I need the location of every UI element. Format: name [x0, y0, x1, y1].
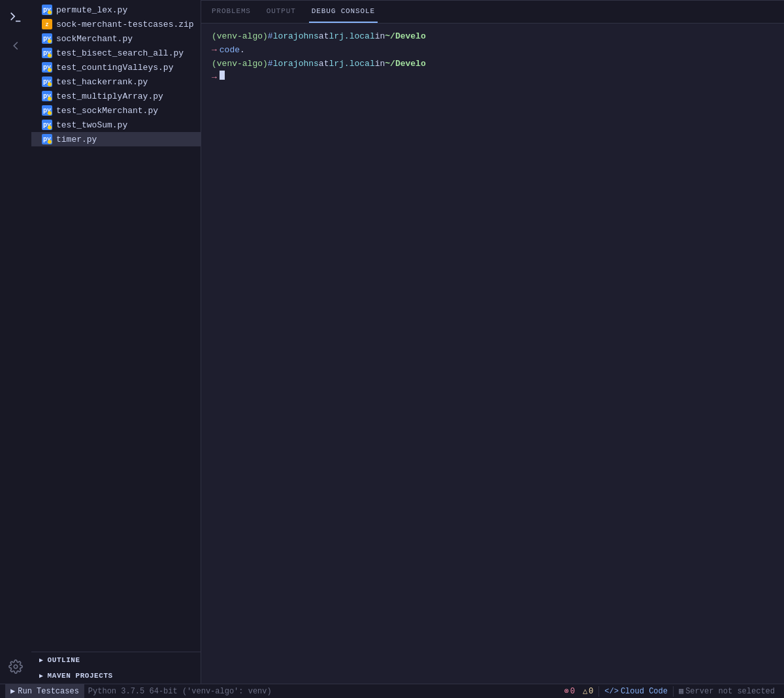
maven-chevron: ▶: [39, 672, 44, 680]
server-label: Server not selected: [685, 687, 775, 696]
server-icon: ▦: [679, 686, 683, 696]
python-file-icon: py: [42, 5, 52, 16]
status-separator-2: [673, 686, 674, 697]
outline-label: OUTLINE: [48, 656, 80, 664]
file-name: sockMerchant.py: [56, 34, 133, 44]
error-count: 0: [570, 687, 575, 696]
terminal-line: (venv-algo) # lorajohns at lrj.local in …: [212, 30, 774, 44]
terminal-line: →: [212, 71, 774, 85]
play-icon: ▶: [10, 686, 15, 696]
cloud-tag-icon: </>: [604, 687, 619, 696]
cloud-code-item[interactable]: </> Cloud Code: [600, 687, 672, 696]
python-file-icon: py: [42, 76, 52, 88]
file-name: test_hackerrank.py: [56, 77, 148, 87]
file-name: test_sockMerchant.py: [56, 106, 158, 116]
sidebar-bottom: ▶ OUTLINE ▶ MAVEN PROJECTS: [31, 652, 201, 684]
outline-chevron: ▶: [39, 656, 44, 664]
file-item[interactable]: pysockMerchant.py: [31, 31, 201, 46]
file-name: test_countingValleys.py: [56, 63, 173, 73]
python-version-label: Python 3.7.5 64-bit ('venv-algo': venv): [88, 687, 272, 696]
tab-output[interactable]: OUTPUT: [264, 1, 299, 23]
file-item[interactable]: pytest_multiplyArray.py: [31, 89, 201, 103]
file-item[interactable]: pytimer.py: [31, 132, 201, 146]
settings-activity-icon[interactable]: [4, 655, 27, 678]
terminal-line: (venv-algo) # lorajohns at lrj.local in …: [212, 58, 774, 71]
file-list: pypermute_lex.pyZsock-merchant-testcases…: [31, 0, 201, 652]
python-file-icon: py: [42, 33, 52, 44]
outline-section[interactable]: ▶ OUTLINE: [31, 652, 201, 668]
editor-area: PROBLEMS OUTPUT DEBUG CONSOLE (venv-algo…: [201, 0, 784, 684]
circle-x-icon: ⊗: [564, 686, 568, 696]
run-testcases-label: Run Testcases: [18, 687, 79, 696]
terminal-activity-icon[interactable]: [4, 5, 27, 29]
file-item[interactable]: Zsock-merchant-testcases.zip: [31, 17, 201, 31]
errors-item[interactable]: ⊗ 0: [560, 686, 578, 696]
file-item[interactable]: pytest_countingValleys.py: [31, 60, 201, 75]
terminal-content[interactable]: (venv-algo) # lorajohns at lrj.local in …: [201, 24, 784, 684]
status-bar: ▶ Run Testcases Python 3.7.5 64-bit ('ve…: [0, 684, 784, 698]
file-item[interactable]: pypermute_lex.py: [31, 3, 201, 17]
main-container: pypermute_lex.pyZsock-merchant-testcases…: [0, 0, 784, 684]
panel-tabs: PROBLEMS OUTPUT DEBUG CONSOLE: [201, 1, 784, 24]
file-name: test_bisect_search_all.py: [56, 48, 184, 58]
run-testcases-button[interactable]: ▶ Run Testcases: [5, 684, 84, 698]
file-name: permute_lex.py: [56, 5, 127, 15]
server-item[interactable]: ▦ Server not selected: [675, 686, 779, 696]
file-item[interactable]: pytest_bisect_search_all.py: [31, 46, 201, 60]
python-version-item[interactable]: Python 3.7.5 64-bit ('venv-algo': venv): [84, 684, 276, 698]
file-name: timer.py: [56, 135, 97, 144]
back-activity-icon[interactable]: [4, 34, 27, 58]
python-file-icon: py: [42, 134, 52, 145]
file-item[interactable]: pytest_hackerrank.py: [31, 75, 201, 89]
file-name: sock-merchant-testcases.zip: [56, 20, 194, 29]
svg-point-1: [14, 665, 18, 669]
file-name: test_twoSum.py: [56, 120, 127, 130]
tab-debug-console[interactable]: DEBUG CONSOLE: [309, 1, 378, 23]
file-item[interactable]: pytest_sockMerchant.py: [31, 103, 201, 118]
maven-label: MAVEN PROJECTS: [48, 672, 113, 680]
activity-bar: [0, 0, 31, 684]
panel: PROBLEMS OUTPUT DEBUG CONSOLE (venv-algo…: [201, 0, 784, 684]
python-file-icon: py: [42, 62, 52, 73]
python-file-icon: py: [42, 120, 52, 131]
python-file-icon: py: [42, 105, 52, 116]
status-separator-1: [598, 686, 599, 697]
warnings-item[interactable]: △ 0: [579, 686, 597, 696]
triangle-icon: △: [583, 686, 587, 696]
file-name: test_multiplyArray.py: [56, 91, 163, 101]
maven-section[interactable]: ▶ MAVEN PROJECTS: [31, 668, 201, 684]
terminal-line: → code .: [212, 44, 774, 58]
python-file-icon: py: [42, 91, 52, 102]
tab-problems[interactable]: PROBLEMS: [209, 1, 253, 23]
sidebar: pypermute_lex.pyZsock-merchant-testcases…: [31, 0, 201, 684]
file-item[interactable]: pytest_twoSum.py: [31, 118, 201, 132]
python-file-icon: py: [42, 48, 52, 59]
zip-file-icon: Z: [42, 19, 52, 30]
cloud-code-label: Cloud Code: [621, 687, 668, 696]
status-right: ⊗ 0 △ 0 </> Cloud Code ▦ Server not sele…: [560, 686, 779, 697]
warning-count: 0: [589, 687, 593, 696]
